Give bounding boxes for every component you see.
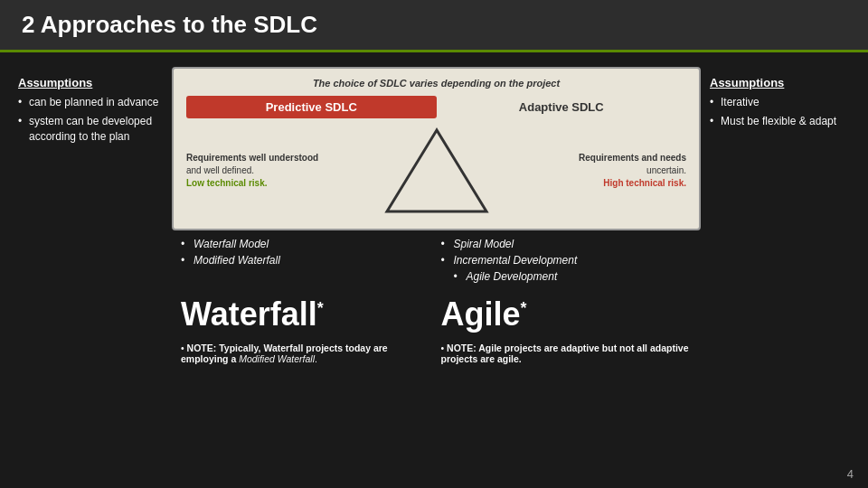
agile-label-container: Agile* xyxy=(441,296,693,333)
left-req-line1: Requirements well understood xyxy=(186,153,318,163)
list-item: Iterative xyxy=(710,95,850,110)
agile-sup: * xyxy=(521,299,527,317)
right-req-line2: uncertain. xyxy=(646,165,686,175)
left-risk-text: Requirements well understood and well de… xyxy=(186,152,364,190)
diagram-header-row: Predictive SDLC Adaptive SDLC xyxy=(186,96,686,118)
page-number: 4 xyxy=(847,467,854,481)
diagram-body: Requirements well understood and well de… xyxy=(186,126,686,216)
agile-note: • NOTE: Agile projects are adaptive but … xyxy=(441,343,693,364)
list-item: system can be developed according to the… xyxy=(18,114,163,145)
model-right-col: Spiral Model Incremental Development Agi… xyxy=(441,238,693,286)
model-left-col: Waterfall Model Modified Waterfall xyxy=(181,238,432,286)
left-assumptions-title: Assumptions xyxy=(18,76,163,89)
right-assumptions-panel: Assumptions Iterative Must be flexible &… xyxy=(710,67,850,476)
big-labels-row: Waterfall* Agile* xyxy=(172,294,701,335)
list-item: Modified Waterfall xyxy=(181,254,432,267)
list-item: Must be flexible & adapt xyxy=(710,114,850,129)
waterfall-note: • NOTE: Typically, Waterfall projects to… xyxy=(181,343,432,364)
center-panel: The choice of SDLC varies depending on t… xyxy=(172,67,701,476)
waterfall-text: Waterfall xyxy=(181,296,317,333)
left-req-line2: and well defined. xyxy=(186,165,254,175)
triangle-diagram xyxy=(364,126,509,216)
list-item: Incremental Development xyxy=(441,254,693,267)
list-item: Spiral Model xyxy=(441,238,693,250)
waterfall-sup: * xyxy=(317,299,324,317)
right-req-line1: Requirements and needs xyxy=(579,153,686,163)
sdlc-diagram: The choice of SDLC varies depending on t… xyxy=(172,67,701,230)
agile-text: Agile xyxy=(441,296,521,333)
right-assumptions-title: Assumptions xyxy=(710,76,850,89)
left-assumptions-panel: Assumptions can be planned in advance sy… xyxy=(18,67,163,476)
note-row: • NOTE: Typically, Waterfall projects to… xyxy=(172,343,701,364)
model-rows: Waterfall Model Modified Waterfall Spira… xyxy=(172,238,701,286)
left-risk-line: Low technical risk. xyxy=(186,178,267,188)
waterfall-label-container: Waterfall* xyxy=(181,296,432,333)
right-risk-line: High technical risk. xyxy=(603,178,686,188)
svg-marker-0 xyxy=(387,130,486,211)
list-item: can be planned in advance xyxy=(18,95,163,110)
predictive-label: Predictive SDLC xyxy=(186,96,437,118)
adaptive-label: Adaptive SDLC xyxy=(437,96,687,118)
right-risk-text: Requirements and needs uncertain. High t… xyxy=(509,152,687,190)
page-title: 2 Approaches to the SDLC xyxy=(22,11,846,39)
right-assumptions-list: Iterative Must be flexible & adapt xyxy=(710,95,850,129)
waterfall-label: Waterfall* xyxy=(181,296,324,333)
diagram-top-text: The choice of SDLC varies depending on t… xyxy=(186,78,686,89)
agile-label: Agile* xyxy=(441,296,527,333)
list-item: Agile Development xyxy=(454,270,693,283)
left-assumptions-list: can be planned in advance system can be … xyxy=(18,95,163,144)
list-item: Waterfall Model xyxy=(181,238,432,250)
